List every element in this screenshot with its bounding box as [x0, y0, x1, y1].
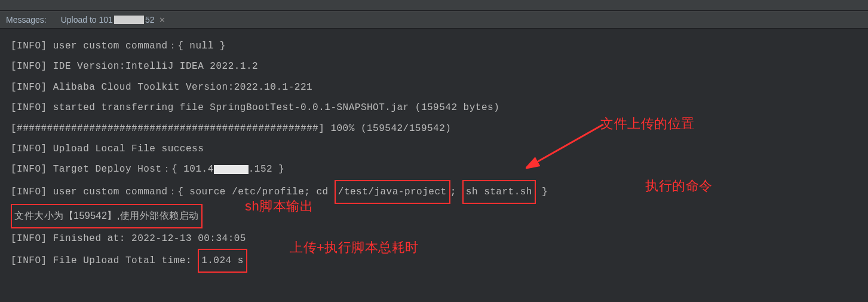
console-line: [INFO] user custom command：{ source /etc…	[11, 180, 857, 204]
console-output: [INFO] user custom command：{ null } [INF…	[0, 29, 868, 280]
redacted-ip	[214, 165, 249, 174]
annotation-sh-output: sh脚本输出	[245, 192, 313, 220]
console-line: [INFO] Alibaba Cloud Toolkit Version:202…	[11, 77, 857, 97]
console-line: [INFO] IDE Version:IntelliJ IDEA 2022.1.…	[11, 56, 857, 77]
console-line: [INFO] Finished at: 2022-12-13 00:34:05	[11, 228, 857, 249]
editor-tab-strip	[0, 0, 868, 11]
console-line: [INFO] started transferring file SpringB…	[11, 97, 857, 118]
highlight-script-output: 文件大小为【159542】,使用外部依赖启动	[11, 204, 203, 228]
messages-label: Messages:	[6, 15, 47, 25]
close-icon[interactable]: ✕	[159, 16, 165, 25]
redacted-ip	[114, 16, 144, 24]
console-line: 文件大小为【159542】,使用外部依赖启动	[11, 204, 857, 228]
console-line: [#######################################…	[11, 118, 857, 139]
highlight-deploy-path: /test/java-project	[335, 180, 450, 204]
annotation-upload-location: 文件上传的位置	[600, 109, 695, 138]
annotation-exec-command: 执行的命令	[645, 172, 713, 200]
messages-tab[interactable]: Upload to 101 52 ✕	[57, 15, 170, 25]
console-line: [INFO] Upload Local File success	[11, 139, 857, 159]
messages-bar: Messages: Upload to 101 52 ✕	[0, 11, 868, 29]
tab-text-suffix: 52	[145, 15, 155, 25]
console-line: [INFO] user custom command：{ null }	[11, 36, 857, 56]
highlight-total-time: 1.024 s	[198, 249, 247, 273]
console-line: [INFO] Target Deploy Host：{ 101.4.152 }	[11, 159, 857, 179]
console-line: [INFO] File Upload Total time: 1.024 s	[11, 249, 857, 273]
tab-text-prefix: Upload to 101	[61, 15, 113, 25]
highlight-start-script: sh start.sh	[462, 180, 536, 204]
annotation-total-time: 上传+执行脚本总耗时	[290, 233, 419, 261]
